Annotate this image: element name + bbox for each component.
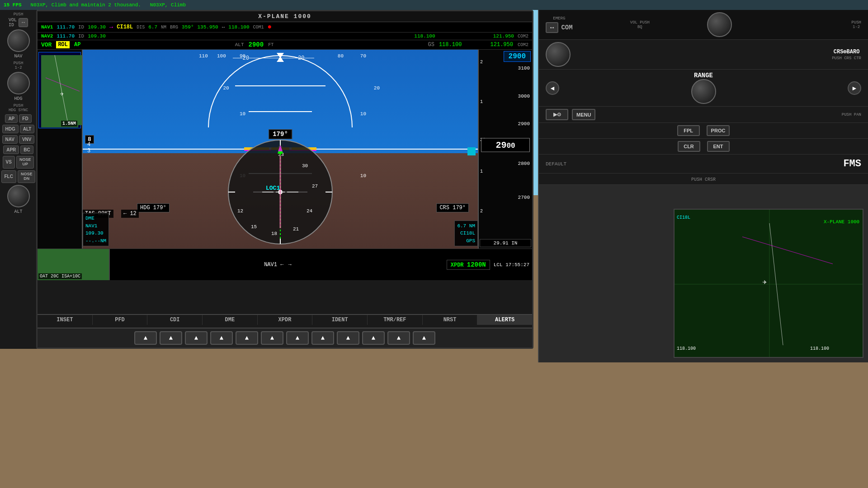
alt-target-display: 2900 [504, 51, 531, 62]
range-right-button[interactable]: ► [848, 81, 861, 95]
arrow-btn-9[interactable]: ▲ [337, 331, 359, 345]
altitude-tape: 2900 3100 3000 2900 2800 2700 2 1 20 1 2… [478, 50, 532, 249]
tab-pfd[interactable]: PFD [93, 315, 148, 325]
ap-button[interactable]: AP [5, 114, 18, 123]
alt-tick-2800: 2800 [518, 161, 530, 166]
crs-readout-box: CRS 179° [436, 203, 469, 212]
nav1-arrow2-display: → [288, 262, 291, 268]
vs-button[interactable]: VS [3, 156, 15, 169]
flc-button[interactable]: FLC [1, 170, 16, 183]
alt-tick-3000: 3000 [518, 94, 530, 99]
tab-xpdr[interactable]: XPDR [258, 315, 313, 325]
com1-active-dot: ● [268, 23, 272, 31]
alt-current-small: 00 [506, 142, 515, 150]
main-instrument-panel: X-PLANE 1000 NAV1 111.70 ID 109.30 → CI1… [36, 10, 533, 349]
com-vol-row: ↔ COM [546, 22, 573, 33]
vs-nose-up-row: VS NOSEUP [3, 156, 34, 169]
svg-text:CI18L: CI18L [677, 215, 690, 220]
range-left-button[interactable]: ◄ [546, 81, 559, 95]
dis-label: DIS [137, 25, 145, 30]
hdg-knob[interactable] [7, 72, 30, 94]
svg-text:118.100: 118.100 [810, 346, 829, 351]
lcl-time-value: 17:55:27 [505, 262, 529, 267]
com2-mode-label: COM2 [518, 42, 528, 47]
arrow-btn-2[interactable]: ▲ [160, 331, 182, 345]
alt-button[interactable]: ALT [20, 125, 35, 133]
vsi-tick-1-dn: 1 [480, 169, 483, 174]
dme-dist: --.--NM [85, 237, 106, 245]
pitch-label-10-right: 10 [360, 111, 366, 117]
arrow-btn-10[interactable]: ▲ [362, 331, 385, 345]
arrow-indicator-box: ← 12 [121, 210, 139, 218]
arrow-btn-5[interactable]: ▲ [236, 331, 258, 345]
hdg-button[interactable]: HDG [2, 125, 19, 133]
svg-text:X-PLANE 1000: X-PLANE 1000 [824, 219, 859, 225]
com-vol-knob[interactable] [707, 12, 732, 37]
fd-button[interactable]: FD [19, 114, 31, 123]
dme-label: DME [85, 215, 106, 222]
altitude-marker-cyan [467, 147, 476, 155]
tab-alerts[interactable]: ALERTS [477, 315, 532, 325]
arrow-btn-7[interactable]: ▲ [286, 331, 309, 345]
tab-inset[interactable]: INSET [38, 315, 93, 325]
arrow-indicator-value: ← 12 [123, 211, 137, 217]
vsi-tick-1-up: 1 [480, 99, 483, 104]
mini-map-svg: ✈ X-PLANE 1000 CI18L 118.100 118.100 [675, 210, 863, 358]
nav2-freq-r2: 121.950 [493, 33, 514, 39]
range-area: ◄ RANGE ► [539, 70, 868, 107]
waypoint-name: CI18L [457, 230, 475, 237]
nose-up-button[interactable]: NOSEUP [16, 156, 34, 169]
tab-dme[interactable]: DME [203, 315, 258, 325]
fpl-proc-area: FPL PROC [539, 123, 868, 139]
nav1-source-display: NAV1 ← → [110, 249, 446, 280]
compass-rose-svg: 33 30 27 24 21 18 15 12 [226, 138, 335, 246]
com-arrow-button[interactable]: ↔ [546, 22, 558, 33]
clr-button[interactable]: CLR [678, 141, 700, 152]
arrow-btn-11[interactable]: ▲ [387, 331, 410, 345]
hdg-tick-110: 110 [199, 53, 208, 59]
dme-info-box: DME NAV1 109.30 --.--NM [83, 213, 109, 246]
nm-label: NM [161, 25, 166, 30]
crs-baro-label-area: CRS⊕BARO PUSH CRS CTR [832, 48, 861, 61]
push-hdg-sync-label: PUSHHDG SYNC [9, 103, 28, 113]
top-status-bar: 15 FPS N03XP, Climb and maintain 2 thous… [0, 0, 868, 10]
arrow-btn-1[interactable]: ▲ [134, 331, 157, 345]
range-knob[interactable] [691, 79, 716, 104]
arrow-btn-8[interactable]: ▲ [311, 331, 334, 345]
vnv-button[interactable]: VNV [19, 135, 35, 144]
fpl-button[interactable]: FPL [677, 125, 700, 136]
crs-baro-knob[interactable] [546, 42, 571, 67]
tab-cdi[interactable]: CDI [147, 315, 203, 325]
arrow-btn-12[interactable]: ▲ [413, 331, 435, 345]
vol-arrow-button[interactable]: ↔ [19, 18, 28, 27]
nav-knob[interactable] [7, 29, 30, 52]
svg-rect-33 [675, 210, 863, 358]
pitch-label-20-left: 20 [223, 85, 229, 91]
alt-current-value: 29 [495, 140, 506, 150]
ap-mode: AP [74, 42, 80, 48]
tab-tmr-ref[interactable]: TMR/REF [368, 315, 423, 325]
apr-button[interactable]: APR [3, 145, 19, 154]
arrow-btn-4[interactable]: ▲ [210, 331, 233, 345]
nav-button[interactable]: NAV [2, 135, 18, 144]
tab-ident[interactable]: IDENT [312, 315, 368, 325]
default-label: DEFAULT [546, 161, 566, 167]
proc-button[interactable]: PROC [707, 125, 730, 136]
default-fms-area: DEFAULT FMS [539, 155, 868, 174]
nose-dn-button[interactable]: NOSEDN [18, 170, 36, 183]
dis-val: 6.7 [148, 24, 157, 30]
menu-button[interactable]: MENU [572, 109, 595, 120]
waypoint-src: GPS [457, 237, 475, 245]
alt-knob[interactable] [7, 185, 30, 207]
pan-arrow-button[interactable]: ▶⊙ [546, 109, 568, 120]
inset-map-preview: ✈ 1.5NM [38, 52, 81, 128]
right-top-controls: EMERG ↔ COM VOL PUSHBQ PUSH1-2 [539, 10, 868, 40]
arrow-btn-3[interactable]: ▲ [185, 331, 208, 345]
arrow-btn-6[interactable]: ▲ [261, 331, 283, 345]
hdg-tick-90: 90 [240, 53, 245, 59]
oat-label: OAT 20C ISA+10C [38, 273, 82, 279]
bc-button[interactable]: BC [20, 145, 33, 154]
tab-nrst[interactable]: NRST [423, 315, 478, 325]
nav1-label: NAV1 [41, 24, 53, 30]
ent-button[interactable]: ENT [707, 141, 730, 152]
